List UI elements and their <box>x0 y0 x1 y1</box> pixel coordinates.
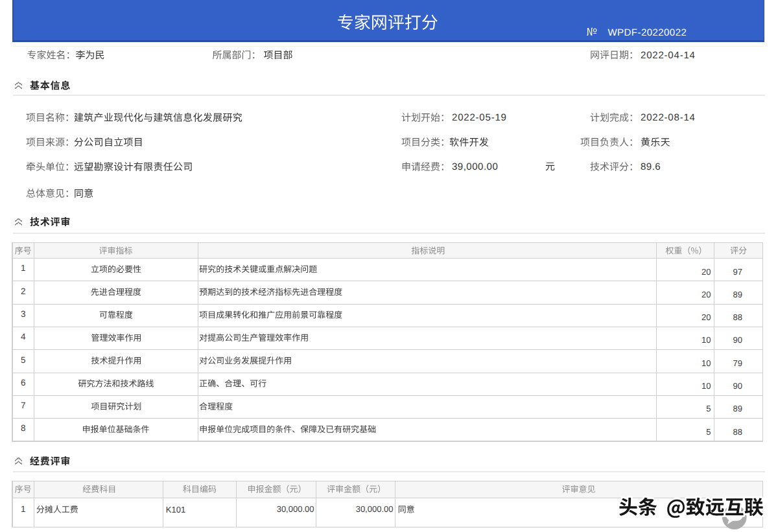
svg-text:10: 10 <box>701 335 711 345</box>
svg-text:2: 2 <box>21 286 26 296</box>
svg-text:WPDF-20220022: WPDF-20220022 <box>608 27 687 38</box>
svg-text:10: 10 <box>701 381 711 391</box>
svg-text:88: 88 <box>733 427 742 437</box>
svg-text:5: 5 <box>706 404 711 413</box>
svg-text:97: 97 <box>733 267 742 277</box>
svg-text:3: 3 <box>21 309 26 319</box>
svg-text:4: 4 <box>21 332 26 341</box>
svg-text:30,000.00: 30,000.00 <box>277 504 314 514</box>
svg-text:1: 1 <box>21 504 26 514</box>
svg-text:2022-05-19: 2022-05-19 <box>452 112 507 123</box>
svg-text:79: 79 <box>733 358 742 368</box>
svg-text:5: 5 <box>706 427 711 437</box>
svg-text:20: 20 <box>701 290 711 299</box>
svg-text:2022-08-14: 2022-08-14 <box>641 112 696 123</box>
svg-text:7: 7 <box>21 400 26 410</box>
svg-text:8: 8 <box>21 423 26 433</box>
svg-text:K101: K101 <box>166 505 185 515</box>
svg-text:5: 5 <box>21 355 26 365</box>
svg-text:20: 20 <box>701 312 711 322</box>
svg-text:10: 10 <box>701 358 711 368</box>
svg-text:1: 1 <box>21 263 26 273</box>
svg-text:6: 6 <box>21 378 26 387</box>
svg-text:89.6: 89.6 <box>641 161 661 172</box>
svg-text:2022-04-14: 2022-04-14 <box>641 50 696 61</box>
svg-text:30,000.00: 30,000.00 <box>356 504 394 514</box>
svg-text:89: 89 <box>733 290 742 299</box>
svg-text:90: 90 <box>733 335 742 345</box>
svg-text:39,000.00: 39,000.00 <box>452 161 498 172</box>
svg-text:20: 20 <box>701 267 711 277</box>
svg-text:88: 88 <box>733 312 742 322</box>
svg-text:89: 89 <box>733 404 742 413</box>
svg-text:90: 90 <box>733 381 742 391</box>
